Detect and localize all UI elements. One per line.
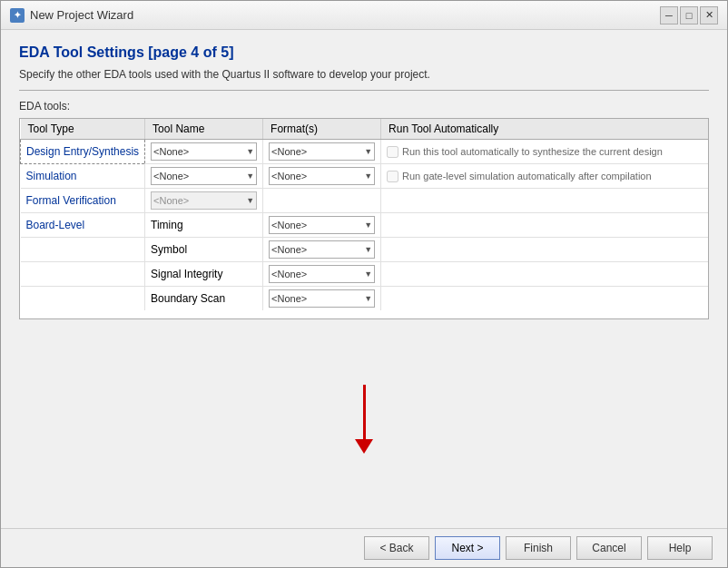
arrow-area	[19, 319, 709, 519]
formats-dropdown-timing[interactable]: <None> ▼	[269, 216, 375, 234]
run-auto-checkbox-design-entry[interactable]	[387, 146, 398, 158]
tool-name-symbol-label: Symbol	[145, 238, 263, 262]
tool-type-design-entry: Design Entry/Synthesis	[21, 140, 145, 164]
formats-select-simulation[interactable]: <None>	[270, 168, 374, 184]
tool-name-timing-label: Timing	[145, 213, 263, 238]
run-auto-checkbox-simulation[interactable]	[387, 171, 398, 182]
tool-name-boundary-label: Boundary Scan	[145, 287, 263, 311]
tool-name-select-simulation[interactable]: <None>	[152, 168, 256, 184]
tool-name-design-entry: <None> ▼	[145, 140, 263, 164]
tool-type-simulation: Simulation	[21, 164, 145, 189]
table-row: Formal Verification <None> ▼	[21, 189, 709, 213]
footer: < Back Next > Finish Cancel Help	[1, 528, 727, 567]
run-auto-simulation: Run gate-level simulation automatically …	[381, 164, 708, 189]
col-run-auto: Run Tool Automatically	[381, 119, 708, 140]
main-window: ✦ New Project Wizard ─ □ ✕ EDA Tool Sett…	[0, 0, 728, 568]
formats-select-symbol[interactable]: <None>	[270, 241, 374, 258]
table-row: Signal Integrity <None> ▼	[21, 262, 709, 287]
formats-dropdown-design-entry[interactable]: <None> ▼	[269, 142, 375, 161]
page-subtitle: Specify the other EDA tools used with th…	[19, 68, 709, 81]
run-auto-text-simulation: Run gate-level simulation automatically …	[402, 171, 652, 181]
table-header-row: Tool Type Tool Name Format(s) Run Tool A…	[21, 119, 709, 140]
next-button[interactable]: Next >	[435, 536, 500, 560]
formats-dropdown-simulation[interactable]: <None> ▼	[269, 167, 375, 185]
run-auto-design-entry: Run this tool automatically to synthesiz…	[381, 140, 708, 164]
formats-select-design-entry[interactable]: <None>	[270, 143, 374, 160]
minimize-button[interactable]: ─	[660, 6, 678, 24]
eda-table: Tool Type Tool Name Format(s) Run Tool A…	[20, 119, 708, 310]
formats-dropdown-boundary[interactable]: <None> ▼	[269, 289, 375, 308]
formats-select-timing[interactable]: <None>	[270, 217, 374, 233]
tool-name-dropdown-formal: <None> ▼	[151, 191, 257, 210]
tool-name-signal-label: Signal Integrity	[145, 262, 263, 287]
arrow-head	[355, 439, 373, 454]
run-auto-boundary	[381, 287, 708, 311]
formats-timing: <None> ▼	[263, 213, 381, 238]
tool-type-board: Board-Level	[21, 213, 145, 238]
next-arrow-indicator	[355, 385, 373, 454]
run-auto-text-design-entry: Run this tool automatically to synthesiz…	[402, 146, 663, 157]
finish-button[interactable]: Finish	[506, 536, 571, 560]
close-button[interactable]: ✕	[700, 6, 718, 24]
run-auto-symbol	[381, 238, 708, 262]
separator	[19, 90, 709, 91]
app-icon: ✦	[10, 8, 25, 23]
table-row: Simulation <None> ▼	[21, 164, 709, 189]
col-tool-name: Tool Name	[145, 119, 263, 140]
tool-type-empty-symbol	[21, 238, 145, 262]
window-controls: ─ □ ✕	[660, 6, 718, 24]
eda-section-label: EDA tools:	[19, 100, 709, 113]
formats-boundary: <None> ▼	[263, 287, 381, 311]
run-auto-checkbox-simulation-label: Run gate-level simulation automatically …	[387, 171, 703, 182]
tool-type-formal: Formal Verification	[21, 189, 145, 213]
cancel-button[interactable]: Cancel	[576, 536, 642, 560]
formats-select-boundary[interactable]: <None>	[270, 290, 374, 307]
tool-name-simulation: <None> ▼	[145, 164, 263, 189]
table-row: Design Entry/Synthesis <None> ▼	[21, 140, 709, 164]
formats-dropdown-signal[interactable]: <None> ▼	[269, 265, 375, 283]
formats-formal	[263, 189, 381, 213]
maximize-button[interactable]: □	[680, 6, 698, 24]
formats-signal: <None> ▼	[263, 262, 381, 287]
tool-type-empty-boundary	[21, 287, 145, 311]
run-auto-signal	[381, 262, 708, 287]
back-button[interactable]: < Back	[364, 536, 429, 560]
tool-name-select-formal: <None>	[152, 192, 256, 209]
run-auto-checkbox-design-entry-label: Run this tool automatically to synthesiz…	[387, 146, 703, 158]
help-button[interactable]: Help	[647, 536, 713, 560]
page-title: EDA Tool Settings [page 4 of 5]	[19, 44, 709, 61]
window-title: New Project Wizard	[30, 8, 133, 22]
table-row: Symbol <None> ▼	[21, 238, 709, 262]
formats-symbol: <None> ▼	[263, 238, 381, 262]
formats-select-signal[interactable]: <None>	[270, 266, 374, 282]
run-auto-formal	[381, 189, 708, 213]
table-row: Board-Level Timing <None> ▼	[21, 213, 709, 238]
table-row: Boundary Scan <None> ▼	[21, 287, 709, 311]
arrow-line	[363, 385, 366, 439]
col-formats: Format(s)	[263, 119, 381, 140]
formats-design-entry: <None> ▼	[263, 140, 381, 164]
tool-name-dropdown-design-entry[interactable]: <None> ▼	[151, 142, 257, 161]
tool-name-formal: <None> ▼	[145, 189, 263, 213]
col-tool-type: Tool Type	[21, 119, 145, 140]
eda-table-container: Tool Type Tool Name Format(s) Run Tool A…	[19, 118, 709, 319]
tool-name-select-design-entry[interactable]: <None>	[152, 143, 256, 160]
run-auto-timing	[381, 213, 708, 238]
formats-dropdown-symbol[interactable]: <None> ▼	[269, 240, 375, 259]
tool-name-dropdown-simulation[interactable]: <None> ▼	[151, 167, 257, 185]
title-bar-left: ✦ New Project Wizard	[10, 8, 133, 23]
title-bar: ✦ New Project Wizard ─ □ ✕	[1, 1, 727, 30]
tool-type-empty-signal	[21, 262, 145, 287]
content-area: EDA Tool Settings [page 4 of 5] Specify …	[1, 30, 727, 528]
formats-simulation: <None> ▼	[263, 164, 381, 189]
